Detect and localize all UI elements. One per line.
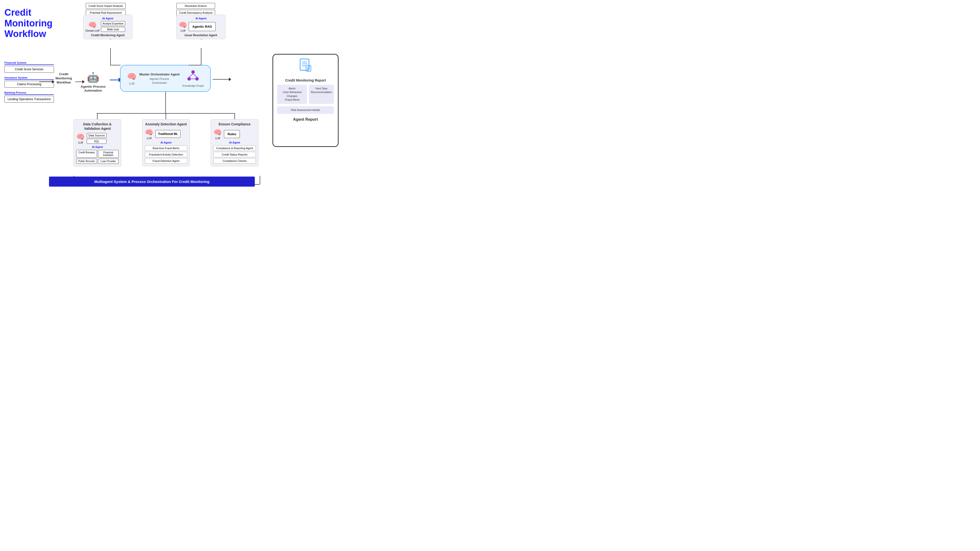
dc-tool-sql: SQL	[87, 139, 107, 144]
ir-agent-inner: 🧠 LLM Agentic RAG	[178, 21, 223, 32]
report-risk-assessment: Risk Assessment details	[277, 106, 334, 114]
dc-llm-label: LLM	[78, 141, 83, 144]
ec-item-1: Credit Status Reports	[213, 152, 256, 157]
cm-llm-icon: 🧠	[88, 21, 97, 29]
svg-line-3	[189, 74, 193, 77]
ad-item-2: Fraud Detection Agent	[145, 158, 187, 164]
report-risk-row: Risk Assessment details	[277, 106, 334, 114]
data-collection-agent-box: Data Collection & Validation Agent 🧠 LLM…	[73, 119, 121, 167]
dc-llm-icon: 🧠	[76, 133, 85, 141]
svg-rect-6	[300, 59, 309, 70]
cm-agent-ai-label: AI Agent	[86, 17, 130, 20]
ad-llm-icon: 🧠	[145, 128, 153, 137]
orchestrator-subtitle1: Agentic Process	[150, 78, 169, 80]
ir-llm-label: LLM	[181, 29, 185, 32]
dc-source-bureaus: Credit Bureaus	[76, 150, 97, 158]
ir-agent-ai-label: AI Agent	[178, 17, 223, 20]
report-box: Credit Monitoring Report Alerts -User Be…	[272, 54, 339, 147]
h-line-cm-orch	[110, 65, 121, 65]
insurance-system-label: Insurance System	[5, 76, 54, 80]
financial-system-label: Financial System	[5, 61, 54, 65]
ec-agent-inner: 🧠 LLM Rules	[213, 128, 256, 140]
report-icon	[299, 59, 312, 76]
ec-ai-label: AI Agent	[213, 141, 256, 144]
ad-tool-ml: Traditional ML	[155, 130, 181, 138]
ec-tool-rules: Rules	[224, 130, 240, 138]
ec-llm-icon: 🧠	[213, 128, 222, 137]
kg-label: Knowledge Graph	[182, 84, 204, 87]
credit-monitoring-top-labels: Credit Score Impact Analysis Potential R…	[86, 3, 126, 16]
ir-llm-icon: 🧠	[178, 21, 187, 29]
ec-llm-label: LLM	[215, 137, 220, 140]
ir-tool-rag: Agentic RAG	[189, 22, 216, 31]
cm-llm-label: Domain LLM	[86, 29, 99, 32]
credit-score-impact-label: Credit Score Impact Analysis	[86, 3, 126, 9]
report-alerts-row: Alerts -User Behaviour Changes -Fraud Al…	[277, 85, 334, 104]
ec-items-list: Compliance & Reporting Agent Credit Stat…	[213, 146, 256, 164]
data-collection-title: Data Collection & Validation Agent	[76, 122, 119, 131]
ec-item-2: Compliance Checks	[213, 158, 256, 164]
ad-items-list: Real time Fraud Alerts Fraudulent Activi…	[145, 146, 187, 164]
cm-agent-name: Credit Monitoring Agent	[86, 33, 130, 37]
dc-sources-grid: Credit Bureaus Financial Institution Pub…	[76, 150, 119, 164]
ad-llm-label: LLM	[147, 137, 151, 140]
ad-item-0: Real time Fraud Alerts	[145, 146, 187, 151]
compliance-title: Ensure Compliance	[213, 122, 256, 126]
robot-icon: 🤖	[87, 72, 99, 83]
ad-agent-inner: 🧠 LLM Traditional ML	[145, 128, 187, 140]
dc-agent-inner: 🧠 LLM Data Sources SQL	[76, 133, 119, 144]
banking-system-box: Lending Operations Transactions	[5, 96, 54, 103]
ir-agent-name: Issue Resolution Agent	[178, 33, 223, 37]
v-line-compliance-agent	[234, 113, 235, 119]
orchestrator-text-section: Master Orchestrator Agent Agentic Proces…	[139, 73, 180, 84]
dc-source-records: Public Records	[76, 159, 97, 164]
llm-section: 🧠 LLM	[127, 72, 137, 85]
report-title: Credit Monitoring Report	[285, 78, 326, 82]
page-title: Credit Monitoring Workflow	[5, 7, 73, 40]
resolution-actions-label: Resolution Actions	[177, 3, 215, 9]
cm-tool-analyst: Analyst Expertise	[101, 21, 125, 26]
dc-source-financial: Financial Institution	[98, 150, 119, 158]
report-alerts: Alerts -User Behaviour Changes -Fraud Al…	[277, 85, 307, 104]
svg-point-1	[188, 77, 191, 81]
bottom-banner: Multiagent System & Process Orchestratio…	[49, 176, 255, 187]
agentic-process-automation: 🤖 Agentic Process Automation	[78, 70, 108, 94]
financial-system-box: Credit Score Services	[5, 66, 54, 73]
v-line-data-agent	[97, 113, 97, 119]
report-next-step: Next Step Recommendation	[309, 85, 334, 104]
dc-ai-label: AI Agent	[76, 146, 119, 148]
v-line-cm-down	[110, 48, 111, 65]
orchestrator-box: 🧠 LLM Master Orchestrator Agent Agentic …	[120, 65, 211, 92]
banking-system-group: Banking Process Lending Operations Trans…	[5, 91, 54, 103]
ad-ai-label: AI Agent	[145, 141, 187, 144]
knowledge-graph-icon	[187, 70, 199, 83]
ad-item-1: Fraudulent Activity Detection	[145, 152, 187, 157]
orchestrator-title: Master Orchestrator Agent	[139, 73, 180, 77]
compliance-agent-box: Ensure Compliance 🧠 LLM Rules AI Agent C…	[211, 119, 258, 166]
svg-line-4	[193, 74, 197, 77]
v-line-anomaly-agent	[165, 113, 166, 119]
v-line-ir-down	[201, 48, 201, 65]
svg-point-2	[195, 77, 199, 81]
knowledge-graph-section: Knowledge Graph	[182, 70, 204, 87]
dc-tool-data: Data Sources	[87, 133, 107, 138]
h-line-ir-orch	[189, 65, 201, 65]
credit-monitoring-agent-box: AI Agent 🧠 Domain LLM Analyst Expertise …	[83, 15, 132, 39]
dc-source-loan: Loan Provider	[98, 159, 119, 164]
issue-resolution-agent-box: AI Agent 🧠 LLM Agentic RAG Issue Resolut…	[177, 15, 225, 39]
anomaly-title: Anomaly Detection Agent	[145, 122, 187, 126]
svg-point-0	[191, 70, 195, 74]
agent-report-label: Agent Report	[293, 117, 318, 122]
v-line-orch-down	[165, 92, 166, 113]
credit-monitoring-workflow-label: Credit Monitoring Workflow	[52, 72, 75, 85]
issue-resolution-top-labels: Resolution Actions Credit Discrepancy An…	[177, 3, 215, 16]
agentic-automation-label: Agentic Process Automation	[78, 85, 108, 92]
cm-tool-math: Math took	[101, 27, 125, 32]
llm-label: LLM	[129, 82, 134, 85]
anomaly-detection-agent-box: Anomaly Detection Agent 🧠 LLM Traditiona…	[142, 119, 190, 166]
financial-system-group: Financial System Credit Score Services	[5, 61, 54, 73]
llm-brain-icon: 🧠	[127, 72, 137, 81]
ec-item-0: Compliance & Reporting Agent	[213, 146, 256, 151]
v-line-bottom-right	[260, 176, 260, 184]
orchestrator-subtitle2: Orchestrator	[152, 81, 167, 84]
